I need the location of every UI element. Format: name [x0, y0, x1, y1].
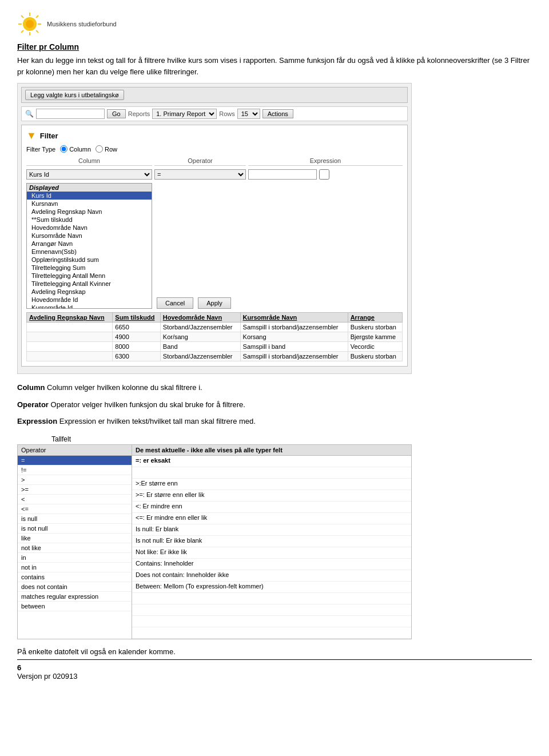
list-item[interactable]: Opplæringstilskudd sum — [27, 256, 152, 264]
col-header-avdeling[interactable]: Avdeling Regnskap Navn — [27, 313, 113, 323]
svg-line-6 — [21, 15, 23, 18]
svg-line-8 — [36, 15, 38, 18]
app-screenshot: Legg valgte kurs i utbetalingskø 🔍 Go Re… — [17, 83, 412, 374]
desc-in: Does not contain: Inneholder ikke — [132, 570, 411, 582]
filter-panel: ▼ Filter Filter Type Column Row Column O… — [21, 125, 408, 367]
legg-button[interactable]: Legg valgte kurs i utbetalingskø — [25, 90, 124, 100]
cell-kurs: Samspill i storband/jazzensembler — [240, 323, 348, 332]
op-item-gte[interactable]: >= — [18, 485, 132, 495]
p-column: Column Column velger hvilken kolonne du … — [17, 382, 532, 393]
op-item-notin[interactable]: not in — [18, 563, 132, 572]
tallfelt-label: Tallfelt — [17, 435, 532, 443]
cell-kurs: Samspill i band — [240, 342, 348, 352]
cell-sum: 4900 — [113, 332, 160, 342]
row-radio-label[interactable]: Row — [96, 145, 117, 153]
list-item[interactable]: Kursområde Id — [27, 304, 152, 309]
desc-regex — [132, 616, 411, 627]
description-column: De mest aktuelle - ikke alle vises på al… — [132, 445, 411, 639]
op-item-lt[interactable]: < — [18, 495, 132, 504]
column-listbox[interactable]: Displayed Kurs Id Kursnavn Avdeling Regn… — [26, 183, 152, 309]
list-item[interactable]: Arrangør Navn — [27, 240, 152, 248]
list-item[interactable]: Avdeling Regnskap Navn — [27, 208, 152, 216]
filter-header: ▼ Filter — [26, 130, 403, 142]
op-item-lte[interactable]: <= — [18, 504, 132, 514]
list-item[interactable]: Tilrettelegging Sum — [27, 264, 152, 272]
op-item-notlike[interactable]: not like — [18, 543, 132, 553]
list-item[interactable]: Hovedområde Navn — [27, 224, 152, 232]
reports-select[interactable]: 1. Primary Report — [152, 109, 217, 119]
p-expression: Expression Expression er hvilken tekst/h… — [17, 416, 532, 427]
op-item-contains[interactable]: contains — [18, 572, 132, 582]
list-item[interactable]: Kurs Id — [27, 192, 152, 200]
desc-between — [132, 627, 411, 639]
table-row: 4900 Kor/sang Korsang Bjergste kamme — [27, 332, 403, 342]
cell-arr: Buskeru storban — [348, 352, 402, 361]
logo-icon — [17, 11, 42, 37]
search-icon: 🔍 — [25, 110, 34, 118]
filter-type-label: Filter Type — [26, 146, 55, 153]
svg-line-9 — [21, 30, 23, 33]
op-item-eq[interactable]: = — [18, 456, 132, 465]
description-col-header: De mest aktuelle - ikke alle vises på al… — [132, 445, 411, 456]
reports-label: Reports — [128, 110, 150, 117]
svg-line-7 — [36, 30, 38, 33]
expression-checkbox[interactable] — [319, 169, 329, 180]
list-item[interactable]: Tilrettelegging Antall Kvinner — [27, 280, 152, 288]
col-header-kurs[interactable]: Kursområde Navn — [240, 313, 348, 323]
filter-title: Filter — [40, 132, 58, 140]
intro-text: Her kan du legge inn tekst og tall for å… — [17, 55, 532, 77]
cell-hoved: Band — [160, 342, 240, 352]
cell-avdeling — [27, 342, 113, 352]
go-button[interactable]: Go — [107, 109, 126, 118]
op-item-isnull[interactable]: is null — [18, 514, 132, 524]
cell-sum: 6650 — [113, 323, 160, 332]
apply-button[interactable]: Apply — [198, 297, 231, 309]
list-item[interactable]: Kursnavn — [27, 200, 152, 208]
expr-header: Expression — [248, 157, 403, 166]
operator-col-header: Operator — [18, 445, 132, 456]
table-row: 6650 Storband/Jazzensembler Samspill i s… — [27, 323, 403, 332]
search-input[interactable] — [36, 109, 105, 119]
cell-arr: Buskeru storban — [348, 323, 402, 332]
list-item[interactable]: Hovedområde Id — [27, 296, 152, 304]
row-radio[interactable] — [96, 145, 103, 153]
col-header-sum[interactable]: Sum tilskudd — [113, 313, 160, 323]
op-item-isnotnull[interactable]: is not null — [18, 524, 132, 534]
op-item-neq[interactable]: != — [18, 465, 132, 475]
col-header-hoved[interactable]: Hovedområde Navn — [160, 313, 240, 323]
list-item[interactable]: Avdeling Regnskap — [27, 288, 152, 296]
cell-avdeling — [27, 323, 113, 332]
column-radio[interactable] — [60, 145, 67, 153]
desc-notlike: Contains: Inneholder — [132, 559, 411, 570]
col-header-arr[interactable]: Arrange — [348, 313, 402, 323]
desc-isnull: Is null: Er blank — [132, 524, 411, 536]
actions-button[interactable]: Actions — [262, 109, 293, 118]
cell-avdeling — [27, 352, 113, 361]
rows-select[interactable]: 15 — [237, 109, 260, 119]
op-item-doesnotcontain[interactable]: does not contain — [18, 582, 132, 592]
col-header: Column — [26, 157, 152, 166]
column-radio-label[interactable]: Column — [60, 145, 91, 153]
cell-arr: Bjergste kamme — [348, 332, 402, 342]
cell-sum: 6300 — [113, 352, 160, 361]
op-item-like[interactable]: like — [18, 534, 132, 543]
cancel-button[interactable]: Cancel — [157, 297, 193, 309]
version-text: Versjon pr 020913 — [17, 672, 532, 681]
desc-eq: =: er eksakt — [132, 456, 411, 467]
list-item[interactable]: **Sum tilskudd — [27, 216, 152, 224]
column-select[interactable]: Kurs Id — [26, 169, 152, 180]
op-item-in[interactable]: in — [18, 553, 132, 563]
op-item-gt[interactable]: > — [18, 475, 132, 485]
cell-avdeling — [27, 332, 113, 342]
cell-arr: Vecordic — [348, 342, 402, 352]
operator-select[interactable]: = — [154, 169, 246, 180]
expression-input[interactable] — [248, 169, 317, 180]
list-item[interactable]: Kursområde Navn — [27, 232, 152, 240]
cell-hoved: Kor/sang — [160, 332, 240, 342]
filter-type-row: Filter Type Column Row — [26, 145, 403, 153]
footer-divider — [17, 659, 532, 660]
op-item-regex[interactable]: matches regular expression — [18, 592, 132, 602]
op-item-between[interactable]: between — [18, 602, 132, 611]
list-item[interactable]: Emnenavn(Ssb) — [27, 248, 152, 256]
list-item[interactable]: Tilrettelegging Antall Menn — [27, 272, 152, 280]
